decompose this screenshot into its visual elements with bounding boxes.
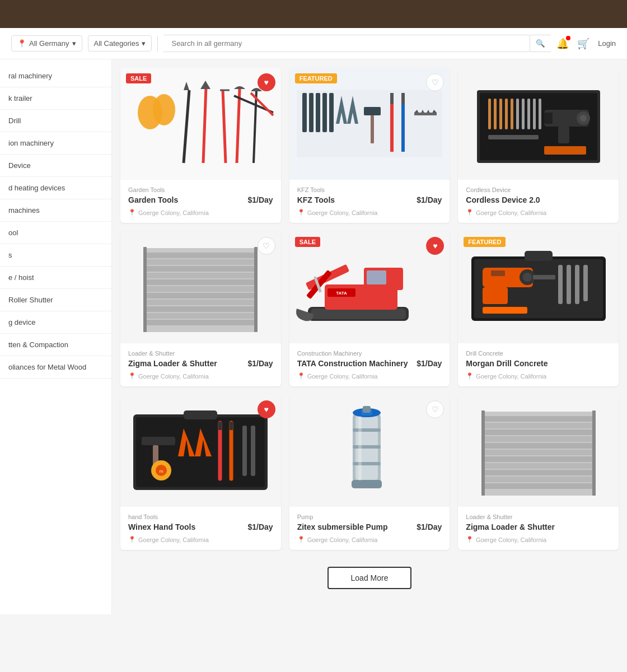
svg-rect-17: [329, 93, 334, 132]
svg-rect-34: [527, 99, 530, 129]
sidebar-item-2[interactable]: Drill: [0, 110, 111, 132]
svg-rect-117: [483, 483, 595, 489]
product-card[interactable]: Cordless Device Cordless Device 2.0 📍 Go…: [458, 68, 619, 223]
product-card[interactable]: FEATURED Drill Concrete Morgan Drill Con…: [458, 231, 619, 386]
sidebar-item-3[interactable]: ion machinery: [0, 132, 111, 155]
product-name: Morgan Drill Concrete: [466, 359, 548, 368]
svg-rect-43: [544, 146, 586, 155]
product-price: $1/Day: [417, 522, 442, 531]
search-input[interactable]: [163, 35, 530, 52]
svg-rect-62: [367, 270, 386, 284]
category-selector[interactable]: All Categories ▾: [88, 35, 152, 52]
product-image-container: ♥ m: [120, 395, 281, 507]
svg-rect-84: [184, 410, 217, 419]
product-name: Winex Hand Tools: [128, 522, 195, 531]
product-image-container: SALE ♥: [120, 68, 281, 180]
svg-rect-104: [352, 480, 382, 488]
svg-line-8: [237, 89, 240, 163]
sidebar-item-12[interactable]: tten & Compaction: [0, 334, 111, 356]
sidebar-item-0[interactable]: ral machinery: [0, 65, 111, 87]
favorite-button[interactable]: ♡: [258, 237, 275, 255]
sidebar-item-8[interactable]: s: [0, 244, 111, 267]
product-card[interactable]: SALE ♥ Garden Tools Garden Tools $1/Day: [120, 68, 281, 223]
product-info: KFZ Tools KFZ Tools $1/Day 📍 Goerge Colo…: [289, 180, 450, 223]
product-location: 📍 Goerge Colony, California: [128, 372, 273, 380]
product-image-container: FEATURED ♡: [289, 68, 450, 180]
svg-rect-32: [516, 99, 519, 129]
svg-rect-118: [481, 410, 485, 496]
product-card[interactable]: ♡ Pump Zitex submersible Pump $1/Day 📍 G: [289, 395, 450, 550]
sidebar-item-13[interactable]: oliances for Metal Wood: [0, 356, 111, 379]
product-name: Garden Tools: [128, 195, 178, 204]
location-pin-icon: 📍: [466, 209, 474, 216]
svg-rect-15: [316, 93, 320, 132]
product-card[interactable]: ♥ m hand Tools Winex Hand Tools $1/Da: [120, 395, 281, 550]
svg-rect-107: [483, 416, 595, 422]
svg-rect-18: [364, 107, 381, 115]
product-name-price: Zigma Loader & Shutter: [466, 522, 611, 531]
product-card[interactable]: ♡ Loader & Shutter Zigma Loader & Shutte…: [120, 231, 281, 386]
location-selector[interactable]: 📍 All Germany ▾: [11, 35, 82, 52]
svg-rect-108: [483, 423, 595, 428]
sidebar-item-9[interactable]: e / hoist: [0, 267, 111, 289]
svg-rect-42: [488, 135, 539, 139]
product-category: Pump: [297, 514, 442, 520]
location-text: Goerge Colony, California: [138, 536, 209, 543]
svg-rect-88: [218, 422, 222, 430]
sidebar-item-7[interactable]: ool: [0, 222, 111, 244]
svg-rect-29: [499, 99, 502, 129]
sidebar-item-6[interactable]: machines: [0, 199, 111, 222]
product-name-price: Morgan Drill Concrete: [466, 359, 611, 368]
svg-rect-33: [522, 99, 525, 129]
products-area: SALE ♥ Garden Tools Garden Tools $1/Day: [112, 59, 627, 614]
svg-rect-41: [544, 113, 553, 124]
product-card[interactable]: FEATURED ♡ KFZ Tools KFZ Tools $1/D: [289, 68, 450, 223]
product-location: 📍 Goerge Colony, California: [466, 372, 611, 380]
sidebar-item-1[interactable]: k trailer: [0, 87, 111, 110]
product-category: KFZ Tools: [297, 186, 442, 193]
svg-rect-77: [558, 265, 563, 304]
product-category: hand Tools: [128, 514, 273, 520]
favorite-button[interactable]: ♥: [258, 400, 275, 418]
sidebar-item-5[interactable]: d heating devices: [0, 177, 111, 199]
svg-rect-21: [390, 93, 394, 104]
sidebar-item-10[interactable]: Roller Shutter: [0, 289, 111, 311]
search-button[interactable]: 🔍: [530, 35, 551, 52]
product-card[interactable]: SALE ♥ TATA Construction Machinery TATA …: [289, 231, 450, 386]
svg-rect-54: [144, 313, 256, 319]
product-name-price: Garden Tools $1/Day: [128, 195, 273, 204]
svg-rect-14: [309, 93, 314, 132]
notification-dot: [566, 36, 570, 40]
notification-icon[interactable]: 🔔: [556, 38, 569, 50]
product-name-price: Winex Hand Tools $1/Day: [128, 522, 273, 531]
favorite-button[interactable]: ♥: [258, 73, 275, 91]
sidebar-item-4[interactable]: Device: [0, 155, 111, 177]
svg-point-40: [580, 115, 587, 122]
location-text: Goerge Colony, California: [476, 536, 546, 543]
product-card[interactable]: Loader & Shutter Zigma Loader & Shutter …: [458, 395, 619, 550]
svg-rect-111: [483, 443, 595, 449]
svg-rect-76: [491, 270, 505, 276]
product-image-container: [458, 68, 619, 180]
location-text: Goerge Colony, California: [307, 373, 378, 380]
product-location: 📍 Goerge Colony, California: [128, 209, 273, 216]
svg-rect-105: [358, 416, 362, 480]
sidebar-item-11[interactable]: g device: [0, 311, 111, 334]
login-button[interactable]: Login: [598, 39, 616, 48]
product-category: Cordless Device: [466, 186, 611, 193]
svg-rect-30: [505, 99, 508, 129]
load-more-button[interactable]: Load More: [327, 567, 412, 589]
svg-rect-103: [353, 462, 381, 465]
product-badge: SALE: [295, 237, 320, 247]
product-name-price: Cordless Device 2.0: [466, 195, 611, 204]
chevron-down-icon: ▾: [142, 39, 146, 48]
svg-rect-81: [483, 307, 527, 314]
svg-rect-35: [533, 99, 536, 129]
product-location: 📍 Goerge Colony, California: [466, 536, 611, 543]
svg-rect-53: [144, 306, 256, 312]
product-name: Zitex submersible Pump: [297, 522, 388, 531]
cart-icon[interactable]: 🛒: [577, 38, 589, 50]
product-name-price: KFZ Tools $1/Day: [297, 195, 442, 204]
svg-rect-114: [483, 463, 595, 469]
svg-rect-38: [558, 127, 569, 143]
